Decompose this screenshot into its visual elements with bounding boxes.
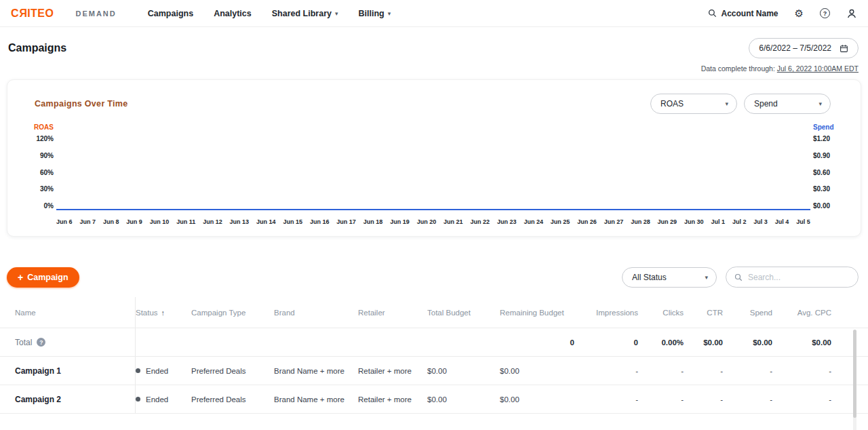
x-tick-label: Jun 7 [79,218,96,225]
x-tick-label: Jun 10 [150,218,170,225]
data-complete-value[interactable]: Jul 6, 2022 10:00AM EDT [777,64,859,73]
search-icon [734,273,743,281]
x-tick-label: Jun 20 [417,218,437,225]
data-complete-note: Data complete through: Jul 6, 2022 10:00… [0,58,868,73]
x-tick-label: Jun 30 [684,218,704,225]
total-ctr: $0.00 [684,328,723,356]
x-tick-label: Jun 19 [390,218,410,225]
campaign-retailer: Retailer + more [358,357,427,385]
x-tick-label: Jul 1 [711,218,725,225]
campaign-retailer: Retailer + more [358,385,427,413]
x-tick-label: Jun 26 [577,218,597,225]
search-input[interactable] [748,273,850,282]
left-axis-ticks: 120%90%60%30%0% [20,135,54,210]
x-tick-label: Jun 13 [230,218,250,225]
chevron-down-icon: ▾ [388,10,391,17]
sort-ascending-icon: ↑ [161,309,165,317]
account-switcher[interactable]: Account Name [708,9,778,18]
column-total-budget[interactable]: Total Budget [427,297,500,328]
left-metric-select[interactable]: ROAS ▾ [650,94,737,114]
logo-text: R [19,7,27,20]
y-tick-label: 60% [40,169,54,176]
x-tick-label: Jun 17 [336,218,356,225]
y-tick-label: $1.20 [813,135,830,142]
x-tick-label: Jun 29 [658,218,677,225]
date-range-picker[interactable]: 6/6/2022 – 7/5/2022 [749,38,859,58]
status-filter-select[interactable]: All Status ▾ [622,267,717,288]
column-label: Status [136,309,158,317]
chevron-down-icon: ▾ [818,100,822,107]
plus-icon: + [18,272,23,283]
campaign-clicks: - [638,385,684,413]
x-tick-label: Jun 18 [363,218,383,225]
table-header-row: Name Status ↑ Campaign Type Brand Retail… [0,297,868,328]
chevron-down-icon: ▾ [705,274,708,281]
status-dot-icon [136,368,140,373]
scrollbar-thumb[interactable] [853,330,856,418]
settings-gear-icon[interactable]: ⚙ [795,7,804,20]
x-tick-label: Jun 14 [256,218,276,225]
status-label: Ended [146,367,168,375]
nav-item-analytics[interactable]: Analytics [214,9,252,18]
data-complete-prefix: Data complete through: [701,64,775,73]
x-tick-label: Jun 28 [631,218,650,225]
column-remaining-budget[interactable]: Remaining Budget [500,297,574,328]
x-tick-label: Jun 6 [56,218,73,225]
left-axis-label: ROAS [34,123,54,131]
search-icon [708,9,717,18]
total-row: Total ? 0 0 0.00% $0.00 $0.00 $0.00 [0,328,868,357]
calendar-icon [840,44,848,53]
table-scrollbar[interactable] [853,330,856,430]
x-tick-label: Jun 11 [176,218,195,225]
column-brand[interactable]: Brand [274,297,358,328]
column-retailer[interactable]: Retailer [358,297,427,328]
column-status[interactable]: Status ↑ [136,297,191,328]
nav-item-billing[interactable]: Billing▾ [359,9,391,18]
column-campaign-type[interactable]: Campaign Type [191,297,274,328]
campaign-avg-cpc: - [772,385,831,413]
top-navbar: CRITEO DEMAND Campaigns Analytics Shared… [0,0,868,27]
column-impressions[interactable]: Impressions [574,297,638,328]
table-row[interactable]: Campaign 1 Ended Preferred Deals Brand N… [0,357,868,385]
status-label: Ended [146,395,168,404]
column-clicks[interactable]: Clicks [638,297,684,328]
right-metric-value: Spend [754,99,778,109]
table-row[interactable]: Campaign 2 Ended Preferred Deals Brand N… [0,385,868,414]
nav-item-campaigns[interactable]: Campaigns [148,9,193,18]
campaign-name[interactable]: Campaign 2 [15,385,136,413]
nav-item-shared-library[interactable]: Shared Library▾ [272,9,338,18]
y-tick-label: $0.90 [813,152,830,159]
campaign-remaining-budget: $0.00 [500,357,574,385]
campaign-type: Preferred Deals [191,357,274,385]
campaign-name[interactable]: Campaign 1 [15,357,136,385]
status-dot-icon [136,397,140,402]
column-avg-cpc[interactable]: Avg. CPC [772,297,831,328]
column-spend[interactable]: Spend [723,297,772,328]
x-tick-label: Jun 27 [604,218,624,225]
x-tick-label: Jun 16 [310,218,330,225]
x-tick-label: Jun 15 [283,218,302,225]
date-range-value: 6/6/2022 – 7/5/2022 [759,43,831,53]
add-campaign-button[interactable]: + Campaign [7,267,79,288]
chevron-down-icon: ▾ [725,100,728,107]
plot-area [56,135,810,210]
criteo-logo[interactable]: CRITEO [11,7,54,20]
table-body: Campaign 1 Ended Preferred Deals Brand N… [0,357,868,414]
campaign-total-budget: $0.00 [427,357,500,385]
right-metric-select[interactable]: Spend ▾ [744,94,831,114]
campaign-spend: - [723,357,772,385]
x-tick-label: Jul 3 [753,218,768,225]
help-icon[interactable]: ? [820,8,830,18]
campaign-remaining-budget: $0.00 [500,385,574,413]
add-campaign-label: Campaign [27,273,68,282]
navbar-right: Account Name ⚙ ? [708,7,857,20]
main-nav: Campaigns Analytics Shared Library▾ Bill… [148,9,391,18]
user-profile-icon[interactable] [846,8,857,19]
column-name[interactable]: Name [15,297,136,328]
campaign-spend: - [723,385,772,413]
help-icon[interactable]: ? [37,338,45,347]
y-tick-label: $0.00 [813,202,830,210]
x-tick-label: Jun 8 [103,218,119,225]
x-tick-label: Jun 23 [497,218,517,225]
column-ctr[interactable]: CTR [684,297,723,328]
